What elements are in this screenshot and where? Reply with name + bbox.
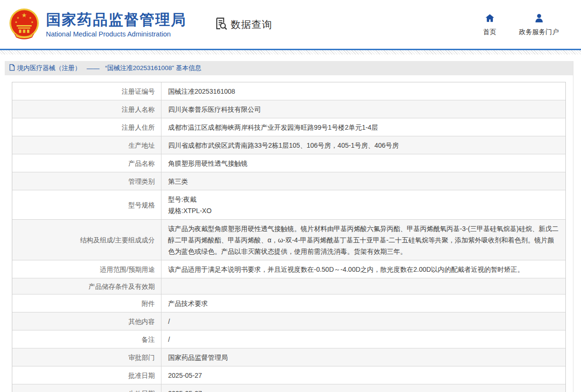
table-row-registrant-name: 注册人名称 四川兴泰普乐医疗科技有限公司 — [12, 100, 565, 118]
registration-info-table: 注册证编号 国械注准20253161008 注册人名称 四川兴泰普乐医疗科技有限… — [12, 82, 566, 392]
top-nav: 首页 政务服务门户 — [483, 13, 559, 36]
hatched-band — [0, 50, 581, 54]
row-label: 适用范围/预期用途 — [12, 260, 161, 278]
row-value: 第三类 — [161, 172, 565, 190]
table-row-remarks: 备注 / — [12, 330, 565, 348]
document-icon — [9, 64, 15, 72]
row-label: 型号规格 — [12, 190, 161, 219]
table-row-management-class: 管理类别 第三类 — [12, 172, 565, 190]
row-value: 产品技术要求 — [161, 294, 565, 312]
row-value: 该产品为夜戴型角膜塑形用硬性透气接触镜。镜片材料由甲基丙烯酸六氟异丙酯、甲基丙烯… — [161, 220, 565, 260]
table-row-approval-department: 审批部门 国家药品监督管理局 — [12, 348, 565, 366]
row-value: 成都市温江区成都海峡两岸科技产业开发园海旺路99号1号楼2单元1-4层 — [161, 118, 565, 136]
row-value: 该产品适用于满足本说明书要求，并且近视度数在-0.50D～-4.00D之内，散光… — [161, 260, 565, 278]
table-row-storage-conditions: 产品储存条件及有效期 — [12, 278, 565, 294]
row-label: 其他内容 — [12, 312, 161, 330]
row-value: 2025-05-27 — [161, 384, 565, 392]
page-header: 国家药品监督管理局 National Medical Products Admi… — [0, 0, 581, 49]
row-label: 注册人住所 — [12, 118, 161, 136]
row-value: 角膜塑形用硬性透气接触镜 — [161, 154, 565, 172]
row-label: 产品储存条件及有效期 — [12, 278, 161, 294]
table-row-registration-number: 注册证编号 国械注准20253161008 — [12, 82, 565, 100]
table-row-effective-date: 生效日期 2025-05-27 — [12, 384, 565, 392]
table-row-registrant-address: 注册人住所 成都市温江区成都海峡两岸科技产业开发园海旺路99号1号楼2单元1-4… — [12, 118, 565, 136]
row-value: / — [161, 312, 565, 330]
data-query-icon — [214, 17, 228, 32]
nav-home-label: 首页 — [483, 28, 496, 36]
table-row-attachment: 附件 产品技术要求 — [12, 294, 565, 312]
row-label: 注册证编号 — [12, 82, 161, 100]
site-title-en: National Medical Products Administration — [46, 30, 187, 38]
row-value: / — [161, 330, 565, 348]
table-row-structure-composition: 结构及组成/主要组成成分 该产品为夜戴型角膜塑形用硬性透气接触镜。镜片材料由甲基… — [12, 220, 565, 260]
user-icon — [534, 13, 545, 26]
row-label: 生效日期 — [12, 384, 161, 392]
table-row-product-name: 产品名称 角膜塑形用硬性透气接触镜 — [12, 154, 565, 172]
breadcrumb-current: “国械注准20253161008” 基本信息 — [105, 64, 201, 72]
nav-gov-portal-label: 政务服务门户 — [519, 28, 559, 36]
row-value: 2025-05-27 — [161, 366, 565, 384]
row-label: 审批部门 — [12, 348, 161, 366]
data-query-label: 数据查询 — [231, 18, 272, 31]
row-label: 管理类别 — [12, 172, 161, 190]
breadcrumb-trail-link[interactable]: 境内医疗器械（注册） — [17, 64, 81, 72]
row-label: 附件 — [12, 294, 161, 312]
row-value: 四川省成都市武侯区武青南路33号2栋1层105、106号房，405-1号房、40… — [161, 136, 565, 154]
nav-home[interactable]: 首页 — [483, 13, 496, 36]
nav-gov-portal[interactable]: 政务服务门户 — [519, 13, 559, 36]
row-value: 型号:夜戴 规格:XTPL-XO — [161, 190, 565, 219]
row-label: 产品名称 — [12, 154, 161, 172]
row-label: 结构及组成/主要组成成分 — [12, 220, 161, 260]
row-value: 四川兴泰普乐医疗科技有限公司 — [161, 100, 565, 118]
row-value — [161, 278, 565, 294]
national-emblem-icon — [9, 7, 40, 42]
table-row-other-content: 其他内容 / — [12, 312, 565, 330]
home-icon — [484, 13, 495, 26]
site-title-cn: 国家药品监督管理局 — [46, 11, 187, 29]
nmpa-home-link[interactable]: 国家药品监督管理局 National Medical Products Admi… — [9, 7, 187, 42]
row-label: 注册人名称 — [12, 100, 161, 118]
breadcrumb-separator: —— — [87, 65, 99, 72]
breadcrumb: 境内医疗器械（注册） —— “国械注准20253161008” 基本信息 — [5, 61, 573, 75]
row-value: 国家药品监督管理局 — [161, 348, 565, 366]
table-row-production-address: 生产地址 四川省成都市武侯区武青南路33号2栋1层105、106号房，405-1… — [12, 136, 565, 154]
main-content: 境内医疗器械（注册） —— “国械注准20253161008” 基本信息 注册证… — [5, 61, 573, 392]
row-label: 批准日期 — [12, 366, 161, 384]
table-row-model-spec: 型号规格 型号:夜戴 规格:XTPL-XO — [12, 190, 565, 220]
data-query-link[interactable]: 数据查询 — [214, 17, 272, 32]
row-label: 生产地址 — [12, 136, 161, 154]
row-value: 国械注准20253161008 — [161, 82, 565, 100]
table-row-approval-date: 批准日期 2025-05-27 — [12, 366, 565, 384]
table-row-intended-use: 适用范围/预期用途 该产品适用于满足本说明书要求，并且近视度数在-0.50D～-… — [12, 260, 565, 278]
row-label: 备注 — [12, 330, 161, 348]
